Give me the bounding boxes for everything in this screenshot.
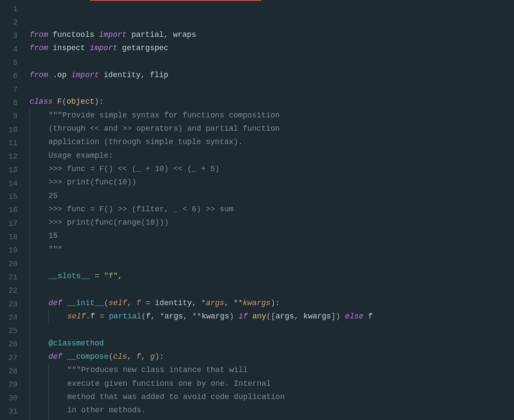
lint-underline xyxy=(90,0,261,1)
code-line[interactable]: """Provide simple syntax for functions c… xyxy=(30,109,514,122)
token-op: = xyxy=(95,272,99,280)
token-punc: ) xyxy=(229,312,234,321)
token-kw: from xyxy=(30,44,48,52)
line-number: 30 xyxy=(0,392,24,405)
line-number: 23 xyxy=(0,298,24,311)
line-number: 14 xyxy=(0,177,24,190)
token-kw: else xyxy=(345,312,363,321)
line-number: 13 xyxy=(0,164,24,177)
line-number: 19 xyxy=(0,244,24,257)
line-number: 22 xyxy=(0,284,24,297)
code-line[interactable]: self.f = partial(f, *args, **kwargs) if … xyxy=(30,310,514,323)
token-str: method that was added to avoid code dupl… xyxy=(67,393,285,401)
token-fncall: partial xyxy=(109,312,141,321)
token-op: = xyxy=(146,299,150,307)
line-number: 28 xyxy=(0,365,24,378)
token-punc: : xyxy=(99,97,104,106)
code-line[interactable]: 25 xyxy=(30,189,514,203)
token-str: (through << and >> operators) and partia… xyxy=(48,124,280,133)
token-self: self xyxy=(108,299,127,307)
token-name: kwargs xyxy=(201,312,229,321)
token-name: f xyxy=(368,312,373,321)
token-str: """Provide simple syntax for functions c… xyxy=(48,111,280,120)
token-punc: ) xyxy=(155,352,160,361)
line-number: 27 xyxy=(0,351,24,365)
code-line[interactable]: __slots__ = "f", xyxy=(30,270,514,283)
token-punc: ( xyxy=(104,299,109,307)
line-number: 12 xyxy=(0,150,24,163)
token-builtin: object xyxy=(66,97,94,106)
code-line[interactable]: def __compose(cls, f, g): xyxy=(30,350,514,363)
code-line[interactable]: """Produces new class intance that will xyxy=(30,363,514,377)
line-number: 4 xyxy=(0,43,24,56)
token-name: flip xyxy=(150,71,168,79)
code-line[interactable]: """ xyxy=(30,243,514,256)
token-str: 25 xyxy=(48,192,58,200)
code-area[interactable]: from functools import partial, wrapsfrom… xyxy=(24,0,514,420)
token-str: >>> print(func(10)) xyxy=(48,178,136,186)
code-line[interactable]: """ xyxy=(30,417,514,420)
token-name: kwargs xyxy=(303,312,331,321)
token-name: getargspec xyxy=(122,44,168,52)
line-number: 7 xyxy=(0,83,24,96)
line-number: 10 xyxy=(0,123,24,137)
code-line[interactable]: @classmethod xyxy=(30,337,514,350)
code-line[interactable]: >>> print(func(range(10))) xyxy=(30,216,514,229)
code-line[interactable]: (through << and >> operators) and partia… xyxy=(30,122,514,135)
token-param: f xyxy=(136,352,141,361)
token-builtin: any xyxy=(252,312,266,321)
token-punc: . xyxy=(86,312,90,321)
code-line[interactable]: in other methods. xyxy=(30,404,514,417)
code-line[interactable] xyxy=(30,55,514,69)
code-line[interactable] xyxy=(30,82,514,95)
token-param: f xyxy=(136,299,141,307)
line-number: 16 xyxy=(0,204,24,217)
code-line[interactable]: Usage example: xyxy=(30,149,514,162)
code-line[interactable]: from functools import partial, wraps xyxy=(30,28,514,42)
token-punc: , xyxy=(183,312,192,321)
token-kw: from xyxy=(30,30,48,39)
line-number: 5 xyxy=(0,56,24,69)
token-kw: def xyxy=(48,352,62,361)
token-cls: F xyxy=(57,97,62,106)
code-line[interactable]: >>> print(func(10)) xyxy=(30,176,514,189)
token-self: cls xyxy=(113,352,127,361)
code-line[interactable] xyxy=(30,324,514,337)
code-line[interactable] xyxy=(30,256,514,270)
code-line[interactable]: from .op import identity, flip xyxy=(30,69,514,82)
token-punc: , xyxy=(224,299,234,307)
code-line[interactable]: method that was added to avoid code dupl… xyxy=(30,390,514,404)
code-line[interactable]: from inspect import getargspec xyxy=(30,42,514,55)
code-line[interactable]: class F(object): xyxy=(30,95,514,108)
code-line[interactable]: def __init__(self, f = identity, *args, … xyxy=(30,297,514,310)
line-number: 15 xyxy=(0,190,24,204)
token-op: * xyxy=(160,312,164,321)
code-line[interactable]: application (through simple tuple syntax… xyxy=(30,135,514,149)
code-line[interactable]: >>> func = F() >> (filter, _ < 6) >> sum xyxy=(30,203,514,216)
token-name: args xyxy=(275,312,294,321)
token-punc: , xyxy=(164,30,173,39)
token-fn: __slots__ xyxy=(48,272,90,280)
token-name: args xyxy=(164,312,183,321)
token-punc: , xyxy=(118,272,123,280)
token-punc: , xyxy=(140,71,150,79)
line-number: 20 xyxy=(0,258,24,271)
token-name: functools xyxy=(53,30,94,39)
line-number: 9 xyxy=(0,110,24,123)
line-number: 6 xyxy=(0,69,24,83)
token-op: = xyxy=(100,312,105,321)
code-line[interactable]: execute given functions one by one. Inte… xyxy=(30,377,514,390)
code-line[interactable]: 15 xyxy=(30,229,514,243)
line-number: 29 xyxy=(0,378,24,391)
line-number: 24 xyxy=(0,311,24,324)
code-line[interactable] xyxy=(30,283,514,297)
token-self: self xyxy=(67,312,86,321)
token-punc: ) xyxy=(271,299,275,307)
line-number: 11 xyxy=(0,137,24,150)
token-punc: , xyxy=(192,299,201,307)
token-attr: f xyxy=(90,312,95,321)
token-str: """ xyxy=(48,245,62,254)
token-fn: __init__ xyxy=(67,299,104,307)
code-line[interactable]: >>> func = F() << (_ + 10) << (_ + 5) xyxy=(30,162,514,176)
code-editor[interactable]: 1234567891011121314151617181920212223242… xyxy=(0,0,514,420)
